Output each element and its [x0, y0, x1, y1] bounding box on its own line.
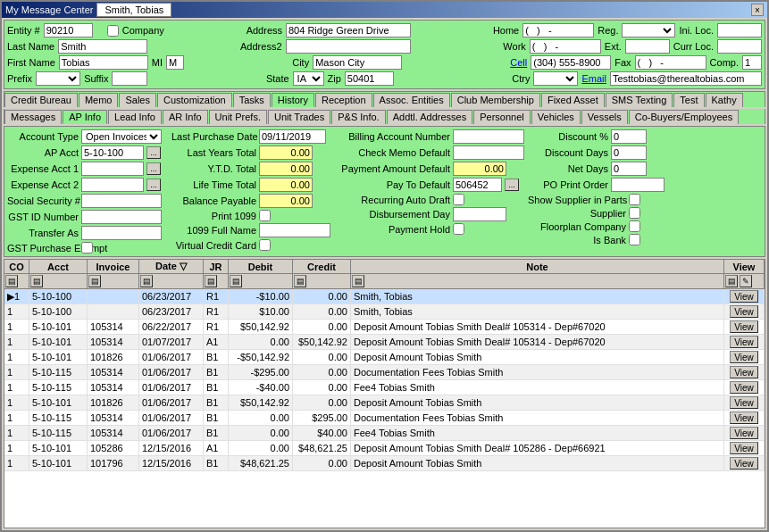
table-row[interactable]: 1 5-10-100 06/23/2017 R1 $10.00 0.00 Smi… — [4, 304, 765, 320]
table-row[interactable]: 1 5-10-101 101826 01/06/2017 B1 $50,142.… — [4, 395, 765, 411]
address2-input[interactable] — [286, 39, 411, 54]
check-memo-input[interactable] — [453, 145, 524, 160]
account-type-select[interactable]: Open Invoices — [81, 129, 162, 144]
ctry-select[interactable] — [533, 71, 578, 86]
tab-sms-texting[interactable]: SMS Texting — [606, 93, 673, 107]
td-view[interactable]: View — [724, 320, 765, 334]
ext-input[interactable] — [625, 39, 670, 54]
filter-view-btn2[interactable]: ✎ — [740, 275, 752, 287]
reg-select[interactable] — [622, 23, 675, 37]
discount-pct-input[interactable] — [611, 129, 647, 144]
address-input[interactable] — [286, 23, 411, 37]
fax-input[interactable] — [635, 55, 706, 70]
td-view[interactable]: View — [724, 411, 765, 425]
cell-label[interactable]: Cell — [510, 57, 527, 68]
home-input[interactable] — [522, 23, 594, 37]
view-button[interactable]: View — [730, 351, 758, 363]
tab-personnel[interactable]: Personnel — [473, 110, 531, 124]
prefix-select[interactable] — [36, 71, 80, 86]
curr-loc-input[interactable] — [717, 39, 762, 54]
view-button[interactable]: View — [730, 427, 758, 439]
table-row[interactable]: 1 5-10-101 105314 01/07/2017 A1 0.00 $50… — [4, 335, 765, 350]
tab-tasks[interactable]: Tasks — [233, 93, 271, 107]
pay-to-browse[interactable]: ... — [505, 179, 519, 191]
td-view[interactable]: View — [724, 289, 765, 303]
balance-payable-input[interactable] — [259, 194, 313, 208]
filter-co-btn[interactable]: ▤ — [5, 275, 18, 287]
td-view[interactable]: View — [724, 426, 765, 440]
tab-club-membership[interactable]: Club Membership — [451, 93, 540, 107]
disbursement-input[interactable] — [453, 207, 506, 221]
tab-kathy[interactable]: Kathy — [706, 93, 743, 107]
filter-credit-btn[interactable]: ▤ — [294, 275, 306, 287]
tab-customization[interactable]: Customization — [157, 93, 232, 107]
th-date[interactable]: Date ▽ — [139, 260, 204, 273]
view-button[interactable]: View — [730, 381, 758, 394]
td-view[interactable]: View — [724, 441, 765, 455]
company-checkbox[interactable] — [107, 25, 119, 37]
td-view[interactable]: View — [724, 380, 765, 395]
tab-co-buyers[interactable]: Co-Buyers/Employees — [629, 110, 739, 124]
filter-date-btn[interactable]: ▤ — [140, 275, 153, 287]
filter-invoice-btn[interactable]: ▤ — [88, 275, 101, 287]
smith-tobias-tab[interactable]: Smith, Tobias — [96, 3, 171, 17]
filter-view-btn1[interactable]: ▤ — [725, 275, 738, 287]
tab-vehicles[interactable]: Vehicles — [531, 110, 581, 124]
suffix-input[interactable] — [112, 71, 147, 86]
td-view[interactable]: View — [724, 395, 765, 410]
tab-ap-info[interactable]: AP Info — [63, 110, 107, 124]
zip-input[interactable] — [345, 71, 394, 86]
expense-acct1-input[interactable] — [81, 162, 144, 176]
table-row[interactable]: 1 5-10-101 101796 12/15/2016 B1 $48,621.… — [4, 456, 765, 471]
print-1099-checkbox[interactable] — [259, 210, 271, 221]
td-view[interactable]: View — [724, 335, 765, 349]
table-row[interactable]: 1 5-10-115 105314 01/06/2017 B1 -$40.00 … — [4, 380, 765, 395]
table-row[interactable]: 1 5-10-101 105314 06/22/2017 R1 $50,142.… — [4, 320, 765, 335]
tab-unit-prefs[interactable]: Unit Prefs. — [209, 110, 267, 124]
tab-memo[interactable]: Memo — [79, 93, 119, 107]
full-1099-input[interactable] — [259, 223, 330, 237]
tab-addtl-addresses[interactable]: Addtl. Addresses — [387, 110, 473, 124]
ini-loc-input[interactable] — [717, 23, 762, 37]
table-row[interactable]: 1 5-10-101 105286 12/15/2016 A1 0.00 $48… — [4, 441, 765, 456]
tab-ps-info[interactable]: P&S Info. — [331, 110, 385, 124]
email-input[interactable] — [610, 71, 762, 86]
tab-credit-bureau[interactable]: Credit Bureau — [4, 93, 78, 107]
ap-acct-browse[interactable]: ... — [146, 146, 161, 159]
life-time-input[interactable] — [259, 178, 313, 192]
last-purchase-input[interactable] — [259, 129, 326, 144]
view-button[interactable]: View — [730, 305, 758, 318]
last-name-input[interactable] — [58, 39, 147, 54]
view-button[interactable]: View — [730, 396, 758, 409]
filter-note-btn[interactable]: ▤ — [352, 275, 364, 287]
supplier-checkbox[interactable] — [629, 207, 640, 219]
virtual-cc-checkbox[interactable] — [259, 239, 271, 251]
view-button[interactable]: View — [730, 442, 758, 454]
expense-acct1-browse[interactable]: ... — [146, 162, 161, 175]
tab-assoc-entities[interactable]: Assoc. Entities — [373, 93, 450, 107]
tab-test[interactable]: Test — [673, 93, 704, 107]
view-button[interactable]: View — [730, 366, 758, 378]
tab-history[interactable]: History — [272, 93, 314, 107]
table-row[interactable]: ▶1 5-10-100 06/23/2017 R1 -$10.00 0.00 S… — [4, 289, 765, 304]
state-select[interactable]: IA — [293, 71, 324, 86]
payment-amt-input[interactable] — [453, 162, 506, 176]
ap-acct-input[interactable] — [81, 145, 144, 160]
tab-unit-trades[interactable]: Unit Trades — [268, 110, 330, 124]
table-row[interactable]: 1 5-10-115 105314 01/06/2017 B1 0.00 $40… — [4, 426, 765, 441]
first-name-input[interactable] — [59, 55, 148, 70]
po-print-input[interactable] — [611, 178, 665, 192]
social-sec-input[interactable] — [81, 194, 162, 208]
work-input[interactable] — [530, 39, 601, 54]
expense-acct2-browse[interactable]: ... — [146, 179, 161, 191]
recurring-checkbox[interactable] — [453, 194, 464, 205]
mi-input[interactable] — [166, 55, 184, 70]
filter-jr-btn[interactable]: ▤ — [205, 275, 217, 287]
gst-id-input[interactable] — [81, 210, 162, 224]
discount-days-input[interactable] — [611, 145, 647, 160]
email-label[interactable]: Email — [581, 73, 606, 84]
table-row[interactable]: 1 5-10-115 105314 01/06/2017 B1 0.00 $29… — [4, 411, 765, 426]
table-row[interactable]: 1 5-10-115 105314 01/06/2017 B1 -$295.00… — [4, 365, 765, 380]
tab-sales[interactable]: Sales — [119, 93, 156, 107]
billing-acct-input[interactable] — [453, 129, 524, 144]
